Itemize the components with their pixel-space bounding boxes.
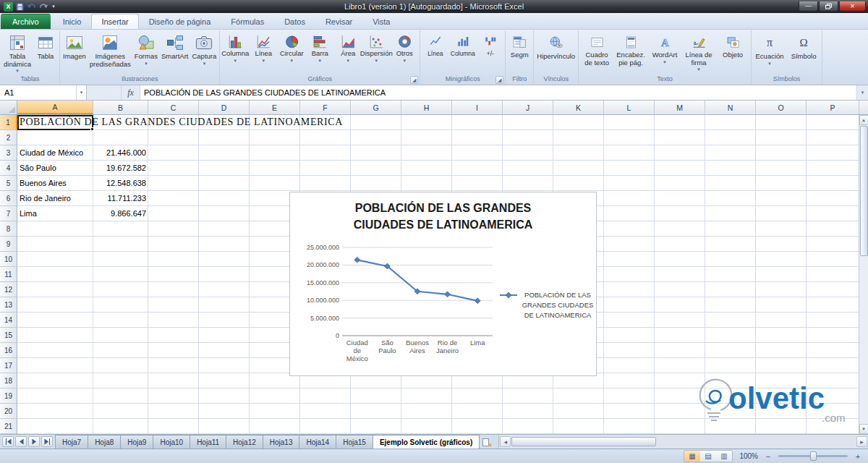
restore-button[interactable]: [819, 1, 838, 12]
ribbon-tab-inicio[interactable]: Inicio: [53, 14, 92, 29]
row-header-13[interactable]: 13: [0, 297, 17, 313]
ribbon-button-winloss[interactable]: +/-: [477, 31, 503, 75]
cell-A6[interactable]: Rio de Janeiro: [17, 191, 93, 206]
column-header-P[interactable]: P: [807, 101, 859, 114]
cell-A7[interactable]: Lima: [17, 206, 93, 221]
row-header-11[interactable]: 11: [0, 267, 17, 282]
sheet-tab-hoja13[interactable]: Hoja13: [263, 435, 300, 449]
sheet-tab-hoja15[interactable]: Hoja15: [336, 435, 373, 449]
cell-B4[interactable]: 19.672.582: [93, 161, 148, 176]
row-header-3[interactable]: 3: [0, 145, 17, 161]
sheet-tab-hoja12[interactable]: Hoja12: [226, 435, 263, 449]
horizontal-scroll-thumb[interactable]: [511, 437, 656, 446]
cell-A4[interactable]: São Paulo: [17, 161, 93, 176]
row-header-19[interactable]: 19: [0, 388, 17, 404]
sheet-tab-hoja14[interactable]: Hoja14: [299, 435, 336, 449]
ribbon-button-formas[interactable]: Formas▼: [133, 31, 159, 75]
ribbon-button-hipervinculo[interactable]: Hipervínculo: [535, 31, 576, 75]
ribbon-button-tabla[interactable]: Tabla: [33, 31, 58, 75]
close-button[interactable]: ×: [839, 1, 866, 12]
row-header-15[interactable]: 15: [0, 328, 17, 343]
ribbon-button-captura[interactable]: Captura▼: [190, 31, 218, 75]
ribbon-button-cuadro-de-texto[interactable]: Cuadro de texto: [580, 31, 613, 75]
row-header-10[interactable]: 10: [0, 252, 17, 267]
scroll-right-icon[interactable]: ▶: [856, 436, 867, 447]
ribbon-button-encabez-pie-pag[interactable]: Encabez. pie pág.: [614, 31, 647, 75]
column-header-K[interactable]: K: [553, 101, 604, 114]
ribbon-button-linea-de-firma[interactable]: Línea de firma▼: [682, 31, 715, 75]
ribbon-tab-datos[interactable]: Datos: [274, 14, 315, 29]
minimize-button[interactable]: —: [799, 1, 818, 12]
sheet-tab-hoja9[interactable]: Hoja9: [120, 435, 153, 449]
cell-B6[interactable]: 11.711.233: [93, 191, 148, 206]
ribbon-button-wordart[interactable]: AWordArt▼: [648, 31, 681, 75]
ribbon-button-ecuacion[interactable]: πEcuación▼: [753, 31, 786, 75]
row-header-1[interactable]: 1: [0, 115, 17, 130]
ribbon-button-simbolo[interactable]: ΩSímbolo: [787, 31, 820, 75]
normal-view-button[interactable]: ▦: [684, 451, 700, 462]
cell-B7[interactable]: 9.866.647: [93, 206, 148, 221]
dialog-launcher-icon[interactable]: ◢: [410, 76, 418, 84]
excel-icon[interactable]: X: [4, 2, 13, 12]
column-header-B[interactable]: B: [93, 101, 148, 114]
save-icon[interactable]: [16, 3, 24, 11]
scroll-down-icon[interactable]: ▼: [859, 424, 868, 434]
ribbon-button-circular[interactable]: Circular▼: [278, 31, 305, 75]
prev-sheet-button[interactable]: [15, 436, 27, 447]
ribbon-button-imagenes-predisenadas[interactable]: Imágenes prediseñadas: [88, 31, 132, 75]
column-header-G[interactable]: G: [351, 101, 401, 114]
row-header-5[interactable]: 5: [0, 176, 17, 191]
ribbon-button-tabla-dinamica[interactable]: Tabla dinámica▼: [2, 31, 33, 75]
cell-A5[interactable]: Buenos Aires: [17, 176, 93, 191]
column-header-D[interactable]: D: [199, 101, 250, 114]
formula-bar-splitter[interactable]: [87, 85, 122, 100]
row-header-21[interactable]: 21: [0, 419, 17, 434]
insert-function-button[interactable]: fx: [122, 85, 140, 100]
scroll-left-icon[interactable]: ◀: [500, 436, 511, 447]
sheet-tab-ejemplo-solvetic-graficos[interactable]: Ejemplo Solvetic (gráficos): [373, 435, 480, 449]
row-header-12[interactable]: 12: [0, 282, 17, 297]
zoom-in-button[interactable]: +: [853, 451, 863, 462]
column-header-M[interactable]: M: [655, 101, 705, 114]
undo-icon[interactable]: [27, 3, 36, 10]
ribbon-tab-vista[interactable]: Vista: [362, 14, 400, 29]
ribbon-tab-insertar[interactable]: Insertar: [91, 14, 138, 29]
zoom-level[interactable]: 100%: [738, 452, 758, 460]
page-break-view-button[interactable]: ▥: [716, 451, 732, 462]
zoom-slider-thumb[interactable]: [810, 451, 817, 461]
select-all-corner[interactable]: [0, 101, 17, 114]
ribbon-tab-revisar[interactable]: Revisar: [315, 14, 362, 29]
sheet-tab-hoja8[interactable]: Hoja8: [88, 435, 121, 449]
cell-B3[interactable]: 21.446.000: [93, 145, 148, 161]
row-header-14[interactable]: 14: [0, 313, 17, 328]
ribbon-tab-diseno-de-pagina[interactable]: Diseño de página: [139, 14, 221, 29]
row-header-4[interactable]: 4: [0, 161, 17, 176]
column-header-C[interactable]: C: [148, 101, 199, 114]
cell-B5[interactable]: 12.548.638: [93, 176, 148, 191]
cell-A1[interactable]: POBLACIÓN DE LAS GRANDES CIUDADES DE LAT…: [17, 115, 345, 130]
row-header-9[interactable]: 9: [0, 237, 17, 252]
formula-bar-expand-icon[interactable]: ▼: [856, 85, 868, 100]
sheet-grid[interactable]: POBLACIÓN DE LAS GRANDES CIUDADES DE LAT…: [17, 115, 859, 434]
column-header-F[interactable]: F: [300, 101, 351, 114]
row-header-7[interactable]: 7: [0, 206, 17, 221]
zoom-slider[interactable]: [778, 455, 848, 457]
ribbon-button-columna[interactable]: Columna▼: [221, 31, 249, 75]
ribbon-button-objeto[interactable]: Objeto: [716, 31, 749, 75]
zoom-out-button[interactable]: −: [763, 451, 773, 462]
row-header-6[interactable]: 6: [0, 191, 17, 206]
dialog-launcher-icon[interactable]: ◢: [495, 76, 503, 84]
ribbon-button-segm[interactable]: Segm: [507, 31, 532, 75]
qat-menu-arrow-icon[interactable]: ▼: [51, 4, 56, 9]
sheet-tab-hoja10[interactable]: Hoja10: [153, 435, 190, 449]
embedded-chart[interactable]: POBLACIÓN DE LAS GRANDESCIUDADES DE LATI…: [289, 192, 597, 376]
ribbon-button-dispersion[interactable]: Dispersión▼: [362, 31, 390, 75]
redo-icon[interactable]: [39, 3, 48, 10]
vertical-scrollbar[interactable]: ▲ ▼: [859, 115, 868, 434]
row-header-18[interactable]: 18: [0, 373, 17, 388]
name-box[interactable]: A1: [0, 85, 77, 100]
sheet-tab-hoja11[interactable]: Hoja11: [190, 435, 226, 449]
column-header-E[interactable]: E: [250, 101, 300, 114]
row-header-20[interactable]: 20: [0, 404, 17, 419]
last-sheet-button[interactable]: [41, 436, 53, 447]
